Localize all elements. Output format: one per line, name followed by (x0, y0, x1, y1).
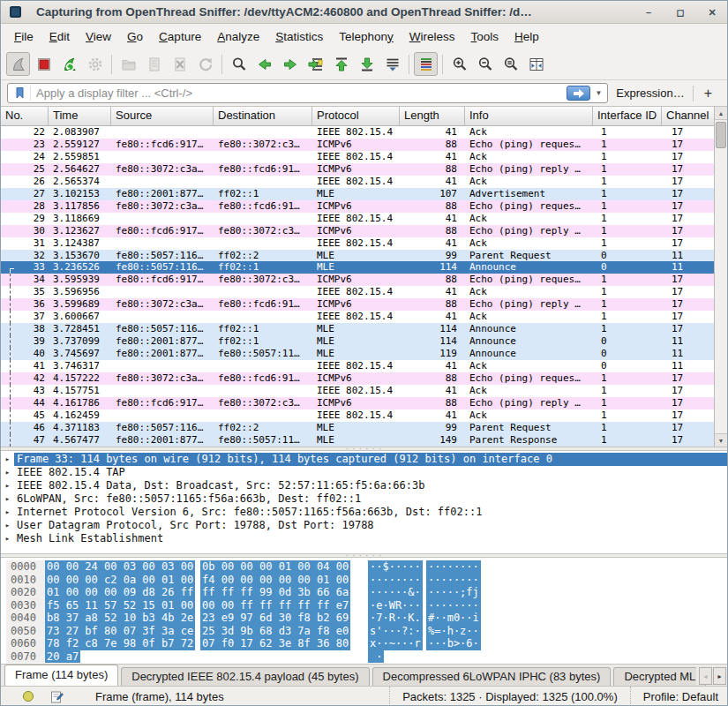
zoom-out-button[interactable] (473, 52, 497, 76)
menu-file[interactable]: File (6, 26, 41, 47)
display-filter-input[interactable] (34, 86, 565, 101)
hex-row-0040[interactable]: 0040b8 37 a8 52 10 b3 4b 2e23 e9 97 6d 3… (6, 612, 727, 625)
column-header-interface-id[interactable]: Interface ID (593, 107, 662, 125)
go-last-packet-button[interactable] (355, 52, 379, 76)
packet-row-46[interactable]: 464.371183fe80::5057:116…ff02::2MLE99Par… (1, 422, 716, 434)
expert-info-icon[interactable] (22, 690, 34, 702)
hex-row-0050[interactable]: 005073 27 bf 80 07 3f 3a ce25 3d 9b 68 d… (6, 625, 727, 638)
expander-icon[interactable]: ▸ (1, 506, 14, 519)
detail-line-6[interactable]: ▸Mesh Link Establishment (1, 532, 727, 545)
capture-comment-icon[interactable] (50, 690, 64, 703)
find-packet-button[interactable] (227, 52, 251, 76)
hex-row-0070[interactable]: 007020 a7 · (6, 650, 727, 664)
go-to-packet-button[interactable] (304, 52, 327, 76)
packet-row-45[interactable]: 454.162459IEEE 802.15.441Ack117 (1, 409, 716, 422)
column-header-channel[interactable]: Channel (662, 107, 716, 125)
packet-row-38[interactable]: 383.728451fe80::5057:116…ff02::1MLE114An… (1, 323, 716, 335)
packet-row-29[interactable]: 293.118669IEEE 802.15.441Ack117 (1, 213, 716, 225)
stop-capture-button[interactable] (32, 52, 56, 76)
expander-icon[interactable]: ▸ (1, 479, 14, 492)
display-filter-field[interactable]: ▼ (7, 83, 608, 103)
byte-view-tab-3[interactable]: Decrypted ML (613, 667, 706, 686)
go-back-button[interactable] (252, 52, 276, 76)
expander-icon[interactable]: ▸ (1, 519, 14, 532)
scroll-up-icon[interactable]: ▲ (715, 107, 727, 120)
hex-row-0020[interactable]: 002001 00 00 00 09 d8 26 ffff ff ff 99 0… (6, 586, 727, 599)
menu-statistics[interactable]: Statistics (267, 26, 331, 47)
menu-analyze[interactable]: Analyze (209, 26, 267, 47)
packet-row-35[interactable]: 353.596956IEEE 802.15.441Ack117 (1, 286, 716, 298)
hex-row-0000[interactable]: 000000 00 24 00 03 00 03 000b 00 00 00 0… (6, 560, 727, 574)
packet-row-43[interactable]: 434.157751IEEE 802.15.441Ack117 (1, 385, 716, 397)
column-header-length[interactable]: Length (400, 107, 465, 125)
expander-icon[interactable]: ▸ (1, 492, 14, 506)
auto-scroll-button[interactable] (380, 52, 404, 76)
menu-go[interactable]: Go (119, 26, 151, 47)
detail-line-1[interactable]: ▸IEEE 802.15.4 TAP (1, 466, 727, 479)
packet-row-31[interactable]: 313.124387IEEE 802.15.441Ack117 (1, 237, 716, 250)
packet-row-25[interactable]: 252.564627fe80::3072:c3a…fe80::fcd6:91…I… (1, 163, 716, 176)
packet-row-37[interactable]: 373.600667IEEE 802.15.441Ack117 (1, 311, 716, 323)
packet-row-30[interactable]: 303.123627fe80::fcd6:917…fe80::3072:c3…I… (1, 225, 716, 237)
expander-icon[interactable]: ▸ (1, 466, 14, 479)
packet-row-24[interactable]: 242.559851IEEE 802.15.441Ack117 (1, 151, 716, 163)
bookmark-icon[interactable] (11, 86, 31, 101)
packet-row-41[interactable]: 413.746317IEEE 802.15.441Ack011 (1, 360, 716, 372)
hex-row-0010[interactable]: 001000 00 00 c2 0a 00 01 00f4 00 00 00 0… (6, 574, 727, 587)
column-header-destination[interactable]: Destination (214, 107, 312, 125)
menu-view[interactable]: View (78, 26, 119, 47)
packet-row-22[interactable]: 222.083907IEEE 802.15.441Ack117 (1, 126, 716, 139)
menu-wireless[interactable]: Wireless (402, 26, 463, 47)
add-filter-button[interactable]: + (693, 86, 721, 101)
colorize-button[interactable] (414, 52, 438, 76)
zoom-original-button[interactable] (499, 52, 522, 76)
zoom-in-button[interactable] (447, 52, 471, 76)
filter-history-dropdown-icon[interactable]: ▼ (592, 89, 604, 97)
detail-line-0[interactable]: ▸Frame 33: 114 bytes on wire (912 bits),… (1, 453, 727, 466)
byte-view-tab-2[interactable]: Decompressed 6LoWPAN IPHC (83 bytes) (372, 667, 612, 686)
byte-view-tab-0[interactable]: Frame (114 bytes) (4, 665, 118, 686)
minimize-icon[interactable]: – (642, 6, 655, 19)
packet-row-44[interactable]: 444.161786fe80::fcd6:917…fe80::3072:c3…I… (1, 397, 716, 409)
column-header-time[interactable]: Time (49, 107, 111, 125)
column-header-no[interactable]: No. (1, 107, 49, 125)
hex-row-0060[interactable]: 006078 f2 c8 7e 98 0f b7 7207 f0 17 62 3… (6, 637, 727, 650)
packet-row-33[interactable]: 333.236526fe80::5057:116…ff02::1MLE114An… (1, 261, 716, 274)
packet-row-36[interactable]: 363.599689fe80::3072:c3a…fe80::fcd6:91…I… (1, 298, 716, 311)
packet-row-42[interactable]: 424.157222fe80::3072:c3a…fe80::fcd6:91…I… (1, 372, 716, 385)
detail-line-2[interactable]: ▸IEEE 802.15.4 Data, Dst: Broadcast, Src… (1, 479, 727, 492)
column-header-info[interactable]: Info (465, 107, 593, 125)
byte-view-tab-1[interactable]: Decrypted IEEE 802.15.4 payload (45 byte… (121, 667, 369, 686)
go-forward-button[interactable] (278, 52, 302, 76)
packet-row-39[interactable]: 393.737099fe80::2001:877…ff02::1MLE114An… (1, 335, 716, 348)
maximize-icon[interactable]: ◻ (674, 6, 687, 19)
resize-columns-button[interactable] (524, 52, 548, 76)
packet-row-47[interactable]: 474.567477fe80::2001:877…fe80::5057:11…M… (1, 434, 716, 447)
packet-row-26[interactable]: 262.565374IEEE 802.15.441Ack117 (1, 176, 716, 188)
hex-row-0030[interactable]: 0030f5 65 11 57 52 15 01 0000 00 ff ff f… (6, 599, 727, 612)
go-first-packet-button[interactable] (329, 52, 353, 76)
detail-line-4[interactable]: ▸Internet Protocol Version 6, Src: fe80:… (1, 506, 727, 519)
packet-row-40[interactable]: 403.745697fe80::2001:877…fe80::5057:11…M… (1, 348, 716, 360)
apply-filter-button[interactable] (567, 86, 590, 101)
packet-row-27[interactable]: 273.102153fe80::2001:877…ff02::1MLE107Ad… (1, 188, 716, 200)
expander-icon[interactable]: ▸ (1, 453, 14, 466)
start-capture-button[interactable] (6, 52, 30, 76)
tab-scroll-left-icon[interactable]: ◂ (699, 667, 712, 685)
packet-list-scrollbar[interactable]: ▲ ▼ (714, 107, 727, 447)
close-icon[interactable]: ✕ (706, 6, 718, 19)
expander-icon[interactable]: ▸ (1, 532, 14, 545)
menu-tools[interactable]: Tools (463, 26, 507, 47)
tab-scroll-right-icon[interactable]: ▸ (713, 667, 726, 685)
expression-button[interactable]: Expression… (608, 86, 692, 100)
profile-selector[interactable]: Profile: Default (630, 687, 718, 706)
detail-line-5[interactable]: ▸User Datagram Protocol, Src Port: 19788… (1, 519, 727, 532)
column-header-source[interactable]: Source (111, 107, 214, 125)
scroll-down-icon[interactable]: ▼ (715, 433, 727, 447)
menu-telephony[interactable]: Telephony (331, 26, 402, 47)
packet-row-23[interactable]: 232.559127fe80::fcd6:917…fe80::3072:c3…I… (1, 139, 716, 151)
packet-row-32[interactable]: 323.153670fe80::5057:116…ff02::2MLE99Par… (1, 250, 716, 262)
menu-edit[interactable]: Edit (41, 26, 78, 47)
menu-capture[interactable]: Capture (151, 26, 209, 47)
restart-capture-button[interactable] (57, 52, 81, 76)
